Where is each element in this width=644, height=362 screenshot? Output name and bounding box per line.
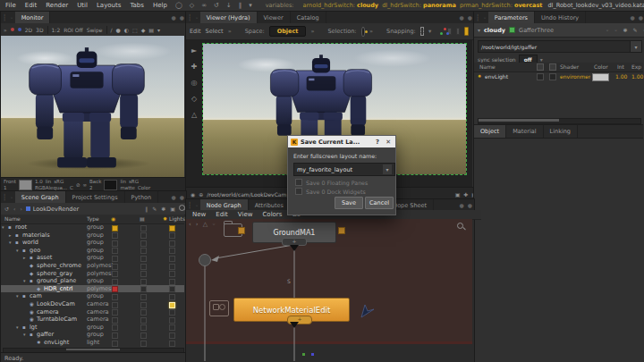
lights-column-icon[interactable]: ✸: [163, 215, 167, 222]
menu-item[interactable]: Layouts: [95, 2, 123, 9]
proxy-checkbox[interactable]: [140, 286, 147, 292]
light-link-checkbox[interactable]: [169, 309, 175, 316]
node-graph-canvas[interactable]: ‹ › △ ◦ GroundMA1 + S NetworkMaterialEdi…: [186, 219, 472, 361]
scene-graph-row[interactable]: ▸ ▪ materials group: [1, 232, 184, 240]
scene-graph-row[interactable]: ▸ ▪ asset group: [1, 254, 184, 262]
node-graph-menu-item[interactable]: Edit: [214, 211, 230, 218]
render-visibility-checkbox[interactable]: [112, 225, 118, 232]
space-expand-icon[interactable]: »: [310, 28, 314, 35]
param-toolbar-icon[interactable]: ◦: [614, 27, 619, 33]
location-name[interactable]: envLight: [44, 339, 69, 347]
proxy-checkbox[interactable]: [140, 324, 147, 331]
compare-disabled-icon[interactable]: ⊘: [76, 182, 80, 188]
light-link-checkbox[interactable]: [169, 286, 175, 292]
sync-caret-icon[interactable]: ▾: [540, 56, 543, 63]
srgb-dropdown[interactable]: sRG: [54, 179, 64, 185]
render-visibility-checkbox[interactable]: [112, 309, 118, 316]
messages-icon[interactable]: [464, 27, 469, 36]
pane-menu-icon[interactable]: ◦: [481, 14, 488, 21]
display-options-icon[interactable]: ▤: [148, 27, 154, 33]
floating-panes-checkbox[interactable]: [295, 179, 302, 186]
gaffer-light-row[interactable]: ✸ envLight environment... 1.00 1.00: [474, 72, 643, 81]
location-name[interactable]: ground_plane: [37, 277, 76, 285]
render-visibility-checkbox[interactable]: [112, 333, 118, 339]
save-button[interactable]: Save: [335, 197, 363, 209]
location-name[interactable]: gaffer: [37, 331, 54, 339]
proxy-checkbox[interactable]: [140, 271, 147, 277]
menu-item[interactable]: Help: [151, 2, 169, 9]
pane-menu-icon[interactable]: ◦: [8, 194, 15, 200]
proxy-column-icon[interactable]: ▤: [140, 215, 145, 222]
render-visibility-checkbox[interactable]: [112, 232, 118, 239]
expander-icon[interactable]: ▾: [16, 247, 19, 255]
scene-graph-row[interactable]: ▾ ▪ geo group: [1, 247, 184, 255]
viewer-tab[interactable]: Viewer: [258, 12, 291, 23]
proxy-checkbox[interactable]: [140, 279, 147, 285]
dialog-close-button[interactable]: ✕: [384, 139, 393, 146]
scene-graph-row[interactable]: ▾ ▪ root group: [1, 223, 184, 232]
select-expand-icon[interactable]: »: [228, 28, 232, 35]
col-mute-header-icon[interactable]: [537, 63, 544, 71]
selection-expand-icon[interactable]: »: [369, 28, 373, 35]
select-menu[interactable]: Select: [206, 28, 224, 35]
pane-grip-icon[interactable]: ┆: [1, 194, 8, 201]
render-visibility-checkbox[interactable]: [112, 341, 118, 347]
render-visibility-checkbox[interactable]: [112, 271, 118, 277]
location-name[interactable]: TurntableCam: [37, 316, 77, 324]
location-name[interactable]: HDR_cntrl: [44, 285, 72, 293]
dialog-titlebar[interactable]: K Save Current La... ? ✕: [288, 136, 395, 147]
tab-monitor[interactable]: Monitor: [15, 12, 51, 23]
light-link-checkbox[interactable]: [169, 341, 175, 347]
pane-grip-icon[interactable]: ┆: [186, 14, 193, 21]
eye-icon[interactable]: ◉: [191, 191, 195, 198]
render-visibility-checkbox[interactable]: [112, 317, 118, 324]
proxy-checkbox[interactable]: [140, 341, 147, 347]
double-chevron-icon[interactable]: »: [4, 27, 7, 33]
proxy-checkbox[interactable]: [140, 225, 147, 232]
pane-menu-icon[interactable]: ◦: [8, 14, 15, 21]
col-name-header[interactable]: Name: [479, 63, 496, 70]
gaffer-root-path-field[interactable]: /root/world/lgt/gaffer: [478, 40, 635, 53]
location-name[interactable]: geo: [30, 247, 40, 255]
distant-node-green[interactable]: [302, 353, 305, 356]
shader-value[interactable]: environment...: [560, 73, 590, 80]
light-link-checkbox[interactable]: [169, 302, 175, 308]
monitor-render-image[interactable]: [1, 36, 184, 177]
view-3d-button[interactable]: 3D: [36, 27, 43, 33]
render-visibility-checkbox[interactable]: [112, 248, 118, 254]
col-int-header[interactable]: Int: [617, 63, 624, 70]
exposure-value[interactable]: 1.00: [631, 73, 643, 80]
pane-split-icon[interactable]: ●: [458, 202, 466, 208]
proxy-checkbox[interactable]: [140, 264, 147, 270]
dock-widgets-checkbox[interactable]: [295, 188, 302, 195]
hexagon-icon[interactable]: ◇: [189, 2, 195, 9]
pane-split-icon[interactable]: ●: [629, 14, 637, 21]
cancel-button[interactable]: Cancel: [365, 197, 394, 209]
gaffer-table-hscrollbar[interactable]: [478, 118, 641, 124]
menu-item[interactable]: Edit: [23, 2, 39, 9]
networkmaterialedit-input-port[interactable]: [238, 227, 245, 234]
light-link-checkbox[interactable]: [169, 240, 175, 247]
light-link-checkbox[interactable]: [169, 264, 175, 270]
node-viewed-indicator[interactable]: [509, 27, 515, 33]
light-link-checkbox[interactable]: [169, 317, 175, 324]
back-buffer-swatch[interactable]: [104, 180, 117, 190]
gaffer-section-tab[interactable]: Object: [474, 125, 506, 138]
scene-graph-row[interactable]: ◉ TurntableCam camera: [1, 316, 184, 324]
display-options-caret-icon[interactable]: ▾: [157, 27, 160, 33]
annotate-dot-icon[interactable]: ●: [116, 27, 121, 33]
liveness-icon[interactable]: ↺: [4, 206, 10, 212]
viewed-node-name[interactable]: LookDevRender: [33, 206, 79, 213]
render-column-icon[interactable]: ◉: [111, 215, 115, 222]
scene-graph-row[interactable]: ▾ ▪ ground_plane group: [1, 277, 184, 285]
roi-dropdown[interactable]: ROI Off: [64, 27, 82, 33]
node-graph-menu-item[interactable]: View: [236, 211, 255, 218]
zoom-level-dropdown[interactable]: 1:2: [52, 27, 61, 33]
gaffer-section-tab[interactable]: Material: [506, 125, 543, 138]
dialog-help-button[interactable]: ?: [374, 139, 381, 146]
nav-up-icon[interactable]: △: [203, 221, 208, 228]
light-link-checkbox[interactable]: [169, 271, 175, 277]
light-link-checkbox[interactable]: [169, 324, 175, 331]
location-name[interactable]: cam: [30, 292, 42, 300]
expander-icon[interactable]: ▸: [23, 254, 26, 262]
